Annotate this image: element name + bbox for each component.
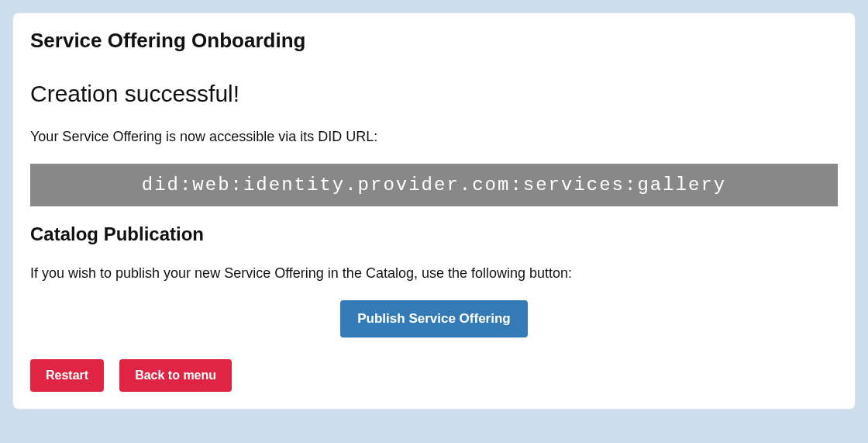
page-title: Service Offering Onboarding (30, 29, 838, 53)
back-to-menu-button[interactable]: Back to menu (119, 359, 232, 392)
onboarding-card: Service Offering Onboarding Creation suc… (12, 12, 856, 410)
success-heading: Creation successful! (30, 81, 838, 107)
publish-row: Publish Service Offering (30, 300, 838, 337)
catalog-text: If you wish to publish your new Service … (30, 265, 838, 282)
did-url-display: did:web:identity.provider.com:services:g… (30, 164, 838, 206)
footer-buttons: Restart Back to menu (30, 359, 838, 392)
publish-button[interactable]: Publish Service Offering (340, 300, 527, 337)
catalog-heading: Catalog Publication (30, 223, 838, 245)
did-intro-text: Your Service Offering is now accessible … (30, 129, 838, 145)
restart-button[interactable]: Restart (30, 359, 104, 392)
